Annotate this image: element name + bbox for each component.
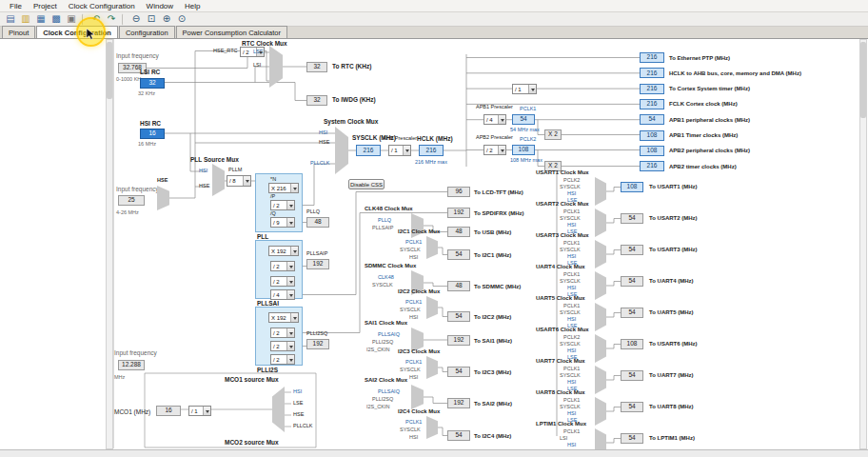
apb1-prescaler-label: APB1 Prescaler <box>476 105 513 110</box>
left-panel-scrollbar[interactable] <box>106 39 113 449</box>
hse-range-label: 4-26 MHz <box>116 210 139 216</box>
plli2sq-value-box: 192 <box>306 339 329 349</box>
uart-mux-input-1: PCLK1 <box>563 367 580 372</box>
pll-q-label: /Q <box>270 211 276 217</box>
pll-n-dropdown[interactable]: X 216 <box>268 183 299 193</box>
clock-output-label: APB2 peripheral clocks (MHz) <box>669 148 750 153</box>
mux-input-2: PLLSAIP <box>372 226 393 231</box>
clock-output-value: 54 <box>640 114 664 125</box>
clock-output-label: To Ethernet PTP (MHz) <box>669 55 730 61</box>
hse-rtc-label: HSE_RTC <box>213 49 238 54</box>
uart-output-label: To USART6 (MHz) <box>649 341 698 347</box>
mid-output-label: To USB (MHz) <box>474 229 511 235</box>
uart-output-label: To UART4 (MHz) <box>649 278 694 284</box>
peripheral-clock-mux[interactable] <box>426 416 438 439</box>
uart-clock-row: USART2 Clock Mux PCLK1 SYSCLK HSI LSE 54… <box>533 201 819 232</box>
pllm-divider-dropdown[interactable]: / 8 <box>227 175 251 187</box>
rtc-in-lsi-label: LSI <box>253 63 261 69</box>
mux-title: I2C3 Clock Mux <box>398 348 440 354</box>
uart-clock-row: LPTIM1 Clock Mux PCLK1 LSI HSI LSE 54 To… <box>533 421 819 452</box>
pll-source-mux-title: PLL Source Mux <box>190 157 239 164</box>
pllsai-n-dropdown[interactable]: X 192 <box>268 246 299 256</box>
hsi-unit-label: 16 MHz <box>138 142 156 148</box>
uart-clock-row: USART1 Clock Mux PCLK2 SYSCLK HSI LSE 10… <box>533 169 819 201</box>
uart-mux-input-3: HSI <box>567 191 576 197</box>
uart-mux-input-2: SYSCLK <box>560 405 581 410</box>
uart-output-value: 54 <box>621 276 643 287</box>
uart-output-label: To UART7 (MHz) <box>649 372 694 378</box>
mco1-divider-dropdown[interactable]: / 1 <box>188 406 211 416</box>
uart-mux-title: UART8 Clock Mux <box>536 389 585 395</box>
plli2s-n-dropdown[interactable]: X 192 <box>268 312 299 323</box>
clock-output-value: 216 <box>640 68 664 78</box>
mux-input-3: HSI <box>409 315 418 321</box>
uart-output-label: To UART5 (MHz) <box>649 309 694 315</box>
sys-in-hse-label: HSE <box>319 140 329 146</box>
plli2s-p-dropdown[interactable]: / 2 <box>270 328 295 338</box>
hse-frequency-input[interactable]: 25 <box>118 195 145 206</box>
canvas-scrollbar-thumb[interactable] <box>860 42 866 118</box>
uart-mux-input-1: PCLK1 <box>563 209 580 215</box>
uart-output-label: To LPTIM1 (MHz) <box>649 435 695 441</box>
mco1-value-box: 16 <box>156 406 181 416</box>
pllq-value-box: 48 <box>306 217 329 228</box>
mux-input-1: CLK48 <box>378 275 394 281</box>
to-iwdg-label: To IWDG (KHz) <box>332 97 376 104</box>
mux-title: CLK48 Clock Mux <box>365 206 413 211</box>
clock-output-label: HCLK to AHB bus, core, memory and DMA (M… <box>669 70 801 76</box>
clock-output-value: 108 <box>640 130 664 141</box>
uart-output-value: 54 <box>621 402 643 412</box>
uart-clock-row: UART5 Clock Mux PCLK1 SYSCLK HSI LSE 54 … <box>533 295 819 327</box>
uart-mux-title: USART2 Clock Mux <box>536 201 589 207</box>
mid-output-label: To LCD-TFT (MHz) <box>474 189 523 195</box>
status-bar <box>0 449 868 457</box>
clock-output-label: To Cortex System timer (MHz) <box>669 86 750 91</box>
uart-output-label: To UART8 (MHz) <box>649 404 694 409</box>
cortex-timer-divider-dropdown[interactable]: / 1 <box>512 84 537 94</box>
mid-output-value: 192 <box>447 335 470 346</box>
mco2-source-mux-title: MCO2 source Mux <box>225 440 279 447</box>
peripheral-clock-mux[interactable] <box>426 236 438 259</box>
to-iwdg-value-box: 32 <box>306 95 327 106</box>
uart-mux-input-2: SYSCLK <box>560 279 581 285</box>
pllsai-p-dropdown[interactable]: / 2 <box>270 261 295 271</box>
left-scrollbar-thumb[interactable] <box>107 42 112 99</box>
peripheral-clock-mux[interactable] <box>426 356 438 379</box>
clock-output-label: APB1 peripheral clocks (MHz) <box>669 117 750 123</box>
mid-output-label: To I2C3 (MHz) <box>474 369 511 375</box>
pllsai-r-dropdown[interactable]: / 4 <box>270 289 295 300</box>
hsi-rc-label: HSI RC <box>140 121 161 128</box>
uart-output-label: To USART2 (MHz) <box>649 215 698 221</box>
mux-input-2: SYSCLK <box>400 427 421 433</box>
mco1-output-label: MCO1 (MHz) <box>114 409 150 416</box>
clock-output-value: 216 <box>640 99 664 109</box>
mux-input-2: PLLI2SQ <box>372 340 393 346</box>
apb2-prescaler-dropdown[interactable]: / 2 <box>483 145 506 155</box>
plli2s-q-dropdown[interactable]: / 2 <box>270 341 295 351</box>
mco1-in-hsi-label: HSI <box>293 389 302 395</box>
plli2s-r-dropdown[interactable]: / 2 <box>270 354 295 365</box>
uart-mux-input-3: HSI <box>567 443 576 448</box>
canvas-vertical-scrollbar[interactable] <box>859 39 867 449</box>
pllsai-q-dropdown[interactable]: / 2 <box>270 276 295 287</box>
pll-p-dropdown[interactable]: / 2 <box>270 200 295 210</box>
uart-mux-title: USART3 Clock Mux <box>536 232 589 238</box>
pll-q-dropdown[interactable]: / 9 <box>270 217 295 228</box>
pclk2-label: PCLK2 <box>520 137 536 143</box>
hclk-max-label: 216 MHz max <box>415 160 447 166</box>
disable-css-button[interactable]: Disable CSS <box>348 179 385 189</box>
mid-output-value: 192 <box>447 398 470 408</box>
hclk-value-box: 216 <box>419 145 444 156</box>
mux-input-3: HSI <box>409 255 418 261</box>
uart-mux-input-1: PCLK1 <box>563 429 580 435</box>
ahb-prescaler-dropdown[interactable]: / 1 <box>388 145 411 156</box>
clock-output-row: 108 APB2 peripheral clocks (MHz) <box>640 146 863 159</box>
uart-clock-row: UART8 Clock Mux PCLK1 SYSCLK HSI LSE 54 … <box>533 389 819 421</box>
mux-title: I2C1 Clock Mux <box>398 228 440 234</box>
peripheral-clock-mux[interactable] <box>426 296 438 319</box>
uart-output-label: To USART1 (MHz) <box>649 184 698 189</box>
uart-clock-row: USART3 Clock Mux PCLK1 SYSCLK HSI LSE 54… <box>533 232 819 264</box>
i2s-ckin-frequency-input[interactable]: 12.288 <box>118 360 145 370</box>
uart-mux-input-2: SYSCLK <box>560 373 581 379</box>
apb1-prescaler-dropdown[interactable]: / 4 <box>483 114 506 125</box>
